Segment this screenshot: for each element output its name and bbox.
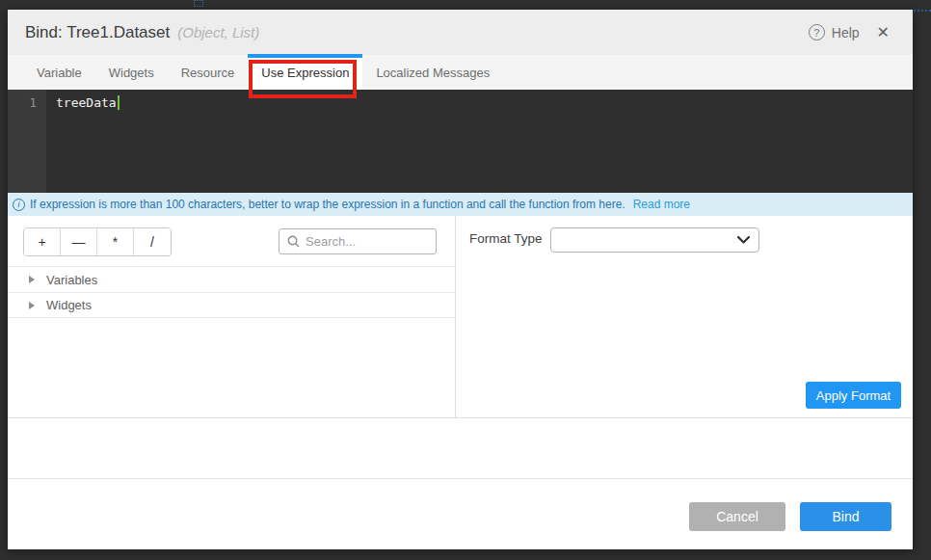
tab-resource[interactable]: Resource	[168, 55, 249, 90]
binding-source-tree: Variables Widgets	[8, 266, 455, 318]
read-more-link[interactable]: Read more	[633, 198, 690, 211]
designer-canvas-background: Bind: Tree1.Dataset (Object, List) ? Hel…	[0, 0, 931, 560]
operator-plus-button[interactable]: +	[24, 228, 61, 255]
close-icon[interactable]: ✕	[873, 21, 893, 43]
cancel-button[interactable]: Cancel	[689, 502, 785, 531]
tab-variable[interactable]: Variable	[23, 55, 95, 90]
operator-button-group: + — * /	[23, 227, 172, 256]
tree-item-variables[interactable]: Variables	[8, 266, 455, 292]
apply-format-button[interactable]: Apply Format	[806, 382, 901, 409]
search-box	[279, 228, 437, 254]
tab-widgets[interactable]: Widgets	[95, 55, 168, 90]
tree-item-label: Variables	[46, 273, 97, 287]
help-question-icon: ?	[809, 24, 825, 40]
operator-minus-button[interactable]: —	[61, 228, 97, 255]
bind-dialog: Bind: Tree1.Dataset (Object, List) ? Hel…	[8, 10, 913, 549]
editor-code-text: treeData	[56, 95, 117, 110]
info-icon: i	[13, 199, 25, 211]
chevron-down-icon	[737, 236, 750, 244]
dialog-header: Bind: Tree1.Dataset (Object, List) ? Hel…	[8, 10, 913, 55]
search-icon	[287, 235, 300, 248]
format-type-select[interactable]	[550, 227, 759, 253]
operator-multiply-button[interactable]: *	[97, 228, 134, 255]
expression-helper-panel: + — * / Variables	[8, 216, 456, 417]
help-button[interactable]: ? Help	[809, 24, 860, 40]
editor-gutter: 1	[8, 90, 46, 193]
tree-item-widgets[interactable]: Widgets	[8, 292, 455, 318]
tree-item-label: Widgets	[46, 298, 92, 312]
caret-right-icon	[29, 276, 35, 283]
dialog-title: Bind: Tree1.Dataset	[25, 23, 170, 42]
empty-section	[8, 419, 913, 479]
expression-code-editor[interactable]: 1 treeData	[8, 90, 913, 193]
tab-bar: Variable Widgets Resource Use Expression…	[8, 55, 913, 90]
tab-localized-messages[interactable]: Localized Messages	[362, 55, 503, 90]
editor-code-line: treeData	[56, 95, 120, 110]
info-banner: i If expression is more than 100 charact…	[8, 193, 913, 216]
search-input[interactable]	[306, 234, 428, 249]
editor-line-number: 1	[29, 95, 37, 110]
info-message: If expression is more than 100 character…	[30, 198, 625, 211]
operator-divide-button[interactable]: /	[134, 228, 171, 255]
help-label: Help	[832, 25, 860, 40]
format-panel: Format Type Apply Format	[457, 216, 913, 417]
format-type-label: Format Type	[469, 231, 543, 246]
dialog-subtitle: (Object, List)	[177, 24, 259, 40]
canvas-selection-artifact	[194, 0, 203, 7]
editor-text-cursor	[118, 95, 120, 110]
tab-use-expression[interactable]: Use Expression	[248, 55, 362, 90]
dialog-footer: Cancel Bind	[8, 480, 913, 549]
main-panels: + — * / Variables	[8, 216, 913, 418]
bind-button[interactable]: Bind	[800, 502, 891, 531]
caret-right-icon	[29, 302, 35, 309]
